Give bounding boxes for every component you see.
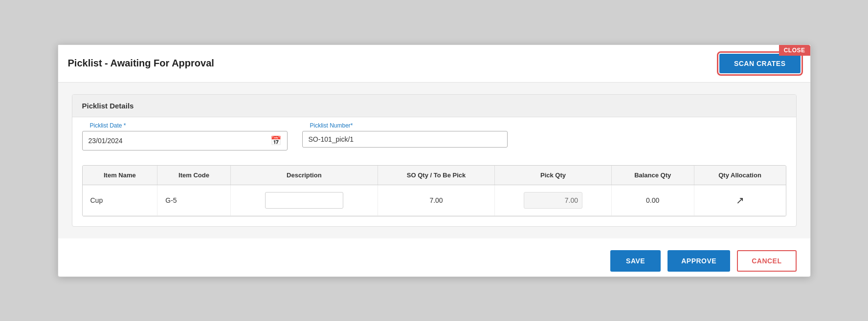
modal-body: Picklist Details Picklist Date * 📅 Pickl… (58, 83, 810, 238)
modal-title: Picklist - Awaiting For Approval (68, 58, 214, 69)
cell-item-name: Cup (83, 185, 157, 215)
footer-actions: SAVE APPROVE CANCEL (58, 238, 810, 277)
picklist-table: Item Name Item Code Description SO Qty /… (82, 165, 786, 216)
picklist-date-label: Picklist Date * (88, 122, 128, 129)
picklist-date-field: Picklist Date * 📅 (82, 127, 288, 150)
calendar-icon[interactable]: 📅 (270, 135, 281, 146)
col-item-name: Item Name (83, 166, 157, 185)
modal-header: Picklist - Awaiting For Approval SCAN CR… (58, 45, 810, 83)
qty-allocation-link-icon[interactable]: ↗︎ (736, 195, 744, 206)
section-header: Picklist Details (72, 95, 796, 117)
picklist-date-input[interactable] (89, 137, 267, 145)
modal: CLOSE Picklist - Awaiting For Approval S… (58, 44, 811, 277)
col-description: Description (230, 166, 378, 185)
approve-button[interactable]: APPROVE (668, 250, 730, 272)
form-fields: Picklist Date * 📅 Picklist Number* SO-10… (72, 117, 796, 155)
picklist-date-input-wrapper[interactable]: 📅 (82, 131, 288, 150)
cancel-button[interactable]: CANCEL (737, 250, 796, 272)
cell-pick-qty (495, 185, 612, 215)
description-input[interactable] (265, 192, 343, 209)
picklist-details-card: Picklist Details Picklist Date * 📅 Pickl… (72, 94, 797, 227)
cell-qty-allocation[interactable]: ↗︎ (694, 185, 785, 215)
col-so-qty: SO Qty / To Be Pick (378, 166, 494, 185)
cell-balance-qty: 0.00 (611, 185, 694, 215)
save-button[interactable]: SAVE (610, 250, 661, 272)
picklist-number-value: SO-101_pick/1 (302, 131, 508, 148)
table-row: Cup G-5 7.00 0.00 ↗︎ (83, 185, 786, 215)
cell-so-qty: 7.00 (378, 185, 494, 215)
col-item-code: Item Code (157, 166, 231, 185)
picklist-number-label: Picklist Number* (308, 122, 355, 129)
pick-qty-input[interactable] (524, 192, 582, 209)
table-header-row: Item Name Item Code Description SO Qty /… (83, 166, 786, 185)
col-balance-qty: Balance Qty (611, 166, 694, 185)
col-qty-allocation: Qty Allocation (694, 166, 785, 185)
close-button[interactable]: CLOSE (779, 45, 810, 56)
col-pick-qty: Pick Qty (495, 166, 612, 185)
picklist-number-field: Picklist Number* SO-101_pick/1 (302, 127, 508, 150)
scan-crates-button[interactable]: SCAN CRATES (719, 54, 801, 73)
cell-description (230, 185, 378, 215)
cell-item-code: G-5 (157, 185, 231, 215)
